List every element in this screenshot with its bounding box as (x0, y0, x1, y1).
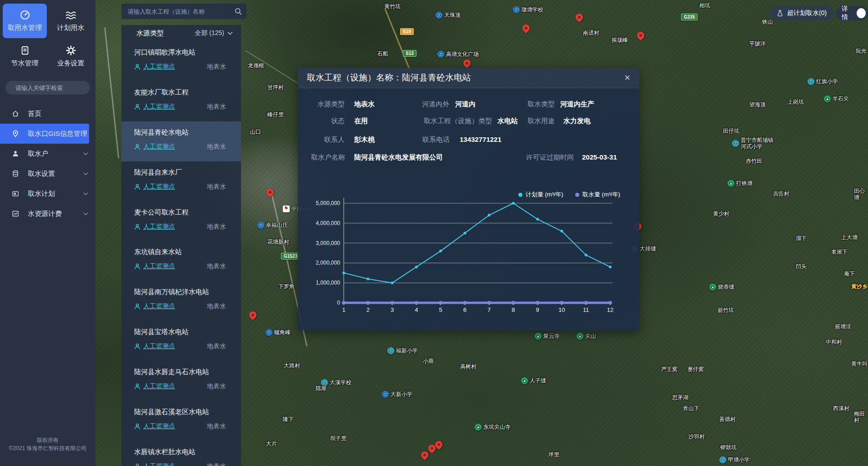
manual-monitor-link[interactable]: 人工监测点 (143, 223, 175, 231)
toggle-knob[interactable] (857, 8, 866, 18)
map-label-text: 田仔坑 (723, 128, 739, 135)
map-label: 南进村 (583, 30, 599, 36)
station-list-item[interactable]: 河口镇唱歌潭水电站人工监测点地表水 (121, 41, 241, 81)
poi-marker-icon[interactable]: ▲ (521, 377, 528, 384)
poi-marker-icon[interactable]: 文 (266, 329, 272, 336)
map-label-text: 阮光 (856, 48, 867, 55)
svg-text:9: 9 (536, 306, 539, 313)
map-label-text: 铁山 (762, 19, 773, 25)
sidebar-search[interactable] (5, 81, 90, 95)
tile-water-saving-mgmt[interactable]: 节水管理 (3, 39, 47, 74)
manual-monitor-link[interactable]: 人工监测点 (143, 422, 175, 431)
poi-marker-icon[interactable]: 文 (257, 222, 264, 229)
station-search-input[interactable] (127, 8, 235, 15)
tile-water-intake-mgmt[interactable]: 取用水管理 (3, 4, 47, 38)
poi-marker-icon[interactable]: 文 (732, 140, 739, 147)
station-list-item[interactable]: 陆河县激石溪老区水电站人工监测点地表水 (121, 401, 241, 441)
database-icon (12, 170, 19, 177)
over-plan-water-button[interactable]: 超计划取水(0) (769, 6, 834, 20)
manual-monitor-link[interactable]: 人工监测点 (143, 342, 175, 351)
map-label-text: 西溪村 (833, 406, 849, 412)
station-list-item[interactable]: 陆河县青砼水电站人工监测点地表水 (121, 121, 241, 161)
sidebar-item-intake-settings[interactable]: 取水设置 (0, 164, 95, 184)
sidebar-item-home[interactable]: 首页 (0, 104, 95, 124)
poi-marker-icon[interactable]: ▲ (824, 95, 831, 102)
sidebar-search-input[interactable] (15, 84, 96, 92)
copyright: 版权所有 ©2021 珠海市仁智科技有限公司 (0, 436, 95, 452)
svg-text:12: 12 (607, 306, 613, 313)
map-label: 文普宁市船埔镇 河式小学 (732, 137, 773, 150)
station-list-item[interactable]: 东坑镇自来水站人工监测点地表水 (121, 241, 241, 281)
station-panel: 水源类型 全部 (125) 河口镇唱歌潭水电站人工监测点地表水友能水厂取水工程人… (121, 25, 241, 466)
map-label: 中和村 (826, 339, 842, 346)
manual-monitor-link[interactable]: 人工监测点 (143, 382, 175, 391)
map-label: 芋陂洋 (749, 41, 766, 47)
search-icon[interactable] (235, 8, 242, 15)
manual-monitor-link[interactable]: 人工监测点 (143, 143, 175, 151)
poi-marker-icon[interactable]: ▲ (577, 333, 583, 340)
poi-marker-icon[interactable]: ▲ (475, 424, 482, 431)
manual-monitor-link[interactable]: 人工监测点 (143, 462, 175, 466)
svg-text:10: 10 (558, 306, 565, 313)
map-label-text: 石船 (377, 51, 388, 57)
map-label-text: 芋陂洋 (749, 41, 766, 47)
sidebar-item-intake-plan[interactable]: 取水计划 (0, 184, 95, 204)
map-label-text: 福新小学 (396, 348, 418, 354)
manual-monitor-link[interactable]: 人工监测点 (143, 262, 175, 271)
poi-marker-icon[interactable]: 文 (513, 6, 520, 13)
poi-marker-icon[interactable]: 文 (437, 51, 444, 58)
sidebar-item-gis-info[interactable]: 取水口GIS信息管理 (0, 124, 89, 144)
station-list-item[interactable]: 陆河县宝塔水电站人工监测点地表水 (121, 321, 241, 361)
station-list-item[interactable]: 陆河县南万镇杞洋水电站人工监测点地表水 (121, 281, 241, 321)
map-label: 上岗坑 (788, 99, 804, 105)
usage-chart: 01,000,0002,000,0003,000,0004,000,0005,0… (298, 68, 639, 331)
detail-toggle[interactable]: 详情 (836, 6, 868, 20)
map-label: ▲打铁塘 (728, 180, 753, 187)
poi-marker-icon[interactable]: 文 (382, 391, 389, 398)
map-label-text: 严王窝 (661, 366, 677, 373)
sinopec-icon[interactable]: * (283, 205, 290, 212)
poi-marker-icon[interactable]: ▲ (535, 333, 542, 340)
person-icon (134, 463, 140, 466)
station-list-item[interactable]: 陆河县水唇走马石水电站人工监测点地表水 (121, 361, 241, 401)
map-label-text: 隆下 (283, 416, 294, 423)
over-plan-water-label: 超计划取水(0) (787, 9, 827, 17)
svg-text:5,000,000: 5,000,000 (316, 200, 341, 206)
station-list-item[interactable]: 水唇镇水栏肚水电站人工监测点地表水 (121, 441, 241, 466)
legend-item[interactable]: 取水量 (m³/年) (575, 190, 620, 199)
map-label-text: 箭塘洼 (835, 324, 851, 330)
poi-marker-icon[interactable]: 文 (808, 78, 814, 85)
sidebar-item-water-users[interactable]: 取水户 (0, 144, 95, 164)
station-list-item[interactable]: 陆河县自来水厂人工监测点地表水 (121, 161, 241, 201)
person-icon (134, 263, 140, 270)
map-label-text: 凹头 (796, 264, 807, 270)
poi-marker-icon[interactable]: 文 (719, 456, 726, 463)
map-label-text: 青山下 (683, 406, 699, 412)
map-label-text: 小萠 (423, 358, 434, 365)
manual-monitor-link[interactable]: 人工监测点 (143, 302, 175, 311)
poi-marker-icon[interactable]: 文 (387, 347, 394, 354)
tile-planned-water[interactable]: 计划用水 (49, 4, 93, 38)
flask-icon (777, 10, 783, 17)
map-label-text: 大排缝 (640, 246, 656, 252)
map-label: 寨仔窝 (687, 366, 704, 373)
map-label: 铁山 (762, 19, 773, 25)
map-label: 望海顶 (749, 102, 766, 108)
map-label-text: 沙羽村 (688, 434, 705, 440)
station-list-item[interactable]: 友能水厂取水工程人工监测点地表水 (121, 81, 241, 121)
poi-marker-icon[interactable]: 文 (436, 12, 442, 19)
tile-business-settings[interactable]: 业务设置 (49, 39, 93, 74)
app-root: { "topbar": {"over_plan_label": "超计划取水(0… (0, 0, 868, 466)
manual-monitor-link[interactable]: 人工监测点 (143, 63, 175, 71)
station-list-item[interactable]: 麦卡公司取水工程人工监测点地表水 (121, 201, 241, 241)
chevron-down-icon (83, 172, 88, 175)
poi-marker-icon[interactable]: ▲ (709, 284, 716, 291)
manual-monitor-link[interactable]: 人工监测点 (143, 183, 175, 191)
poi-marker-icon[interactable]: ▲ (728, 180, 734, 187)
station-search[interactable] (121, 4, 246, 19)
legend-item[interactable]: 计划量 (m³/年) (518, 190, 563, 199)
sidebar-item-water-billing[interactable]: 水资源计费 (0, 204, 95, 224)
filter-value-dropdown[interactable]: 全部 (125) (195, 29, 233, 37)
manual-monitor-link[interactable]: 人工监测点 (143, 103, 175, 111)
map-label-text: 庵下 (844, 271, 855, 277)
